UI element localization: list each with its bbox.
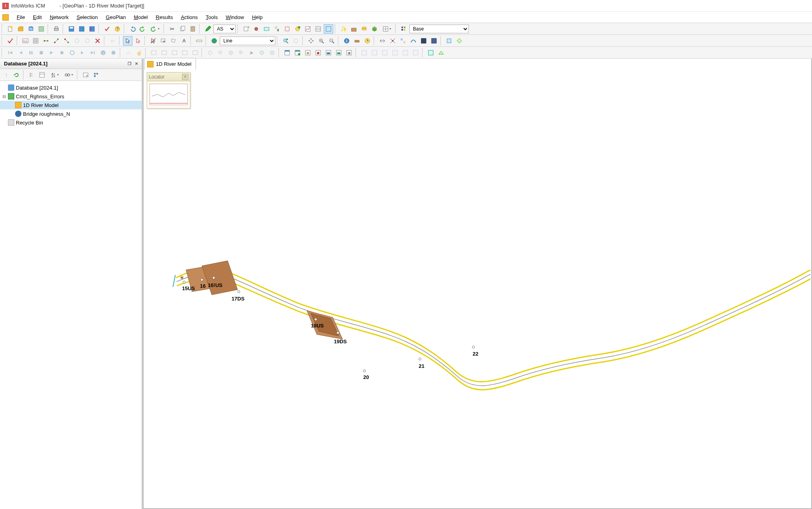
menu-window[interactable]: Window xyxy=(222,13,248,22)
new-subcatch-icon[interactable] xyxy=(262,24,271,34)
menu-results[interactable]: Results xyxy=(152,13,177,22)
info-icon[interactable]: i xyxy=(342,36,351,46)
sec-d-icon[interactable] xyxy=(180,48,190,57)
edit-pen-icon[interactable] xyxy=(203,24,213,34)
hand-icon[interactable]: ☝ xyxy=(134,48,144,57)
tree-bin[interactable]: Recycle Bin xyxy=(0,118,142,127)
tool-d-icon[interactable] xyxy=(313,24,323,34)
target-b-icon[interactable] xyxy=(226,48,236,57)
play-prev-icon[interactable] xyxy=(16,48,25,57)
world-icon[interactable] xyxy=(209,36,219,46)
win-c-icon[interactable] xyxy=(303,48,313,57)
g5-icon[interactable] xyxy=(401,48,410,57)
pause-icon[interactable] xyxy=(26,48,36,57)
binoc-icon[interactable] xyxy=(352,36,362,46)
pointer-icon[interactable] xyxy=(123,36,132,46)
save-icon[interactable] xyxy=(67,24,76,34)
g7-icon[interactable] xyxy=(426,48,436,57)
menu-model[interactable]: Model xyxy=(130,13,152,22)
sql-icon[interactable]: SQL xyxy=(21,36,30,46)
validate-icon[interactable] xyxy=(102,24,112,34)
g4-icon[interactable] xyxy=(390,48,400,57)
spray-icon[interactable] xyxy=(272,24,282,34)
db-props-icon[interactable] xyxy=(91,70,101,80)
db-open-icon[interactable] xyxy=(81,70,90,80)
panel-close-icon[interactable]: ✕ xyxy=(133,61,140,67)
sec-a-icon[interactable] xyxy=(149,48,159,57)
geoplan-view-icon[interactable] xyxy=(324,24,333,34)
target-a-icon[interactable] xyxy=(205,48,215,57)
geoplan-canvas[interactable]: Locator × xyxy=(144,70,810,507)
play-next-icon[interactable] xyxy=(78,48,87,57)
g6-icon[interactable] xyxy=(411,48,420,57)
play-dot-icon[interactable] xyxy=(109,48,118,57)
link-up-icon[interactable] xyxy=(52,36,61,46)
tool-a-icon[interactable] xyxy=(282,24,292,34)
stop-icon[interactable] xyxy=(36,48,46,57)
menu-network[interactable]: Network xyxy=(46,13,73,22)
win-e-icon[interactable] xyxy=(324,48,333,57)
win-g-icon[interactable]: ⊞ xyxy=(344,48,354,57)
save-db-icon[interactable] xyxy=(36,24,46,34)
db-sort-icon[interactable]: AZ xyxy=(48,70,61,80)
menu-actions[interactable]: Actions xyxy=(177,13,202,22)
grid-icon[interactable] xyxy=(31,36,40,46)
link-tool-icon[interactable] xyxy=(291,36,301,46)
pointer-red-icon[interactable] xyxy=(133,36,143,46)
delete-sel-icon[interactable] xyxy=(93,36,102,46)
tool-b-icon[interactable] xyxy=(293,24,302,34)
tk7-icon[interactable] xyxy=(444,36,454,46)
infer-icon[interactable] xyxy=(72,36,82,46)
play-first-icon[interactable] xyxy=(6,48,15,57)
tk2-icon[interactable] xyxy=(388,36,397,46)
print-icon[interactable] xyxy=(52,24,61,34)
zoom-in-icon[interactable] xyxy=(317,36,326,46)
cut-icon[interactable]: ✂ xyxy=(167,24,177,34)
geoplan-tab[interactable]: 1D River Model xyxy=(144,58,196,70)
arrow-r-icon[interactable]: ➤ xyxy=(247,48,256,57)
menu-selection[interactable]: Selection xyxy=(73,13,102,22)
open-db-icon[interactable] xyxy=(26,24,36,34)
no-pointer-icon[interactable] xyxy=(148,36,158,46)
play-last-icon[interactable] xyxy=(88,48,98,57)
db-refresh-icon[interactable] xyxy=(12,70,21,80)
pan-icon[interactable] xyxy=(306,36,316,46)
clock-icon[interactable] xyxy=(363,36,372,46)
new-icon[interactable] xyxy=(6,24,15,34)
node-icon[interactable] xyxy=(41,36,51,46)
undo-icon[interactable] xyxy=(128,24,137,34)
revert-icon[interactable] xyxy=(87,24,97,34)
db-tree-icon[interactable] xyxy=(27,70,36,80)
trace-icon[interactable] xyxy=(124,48,133,57)
tree-group[interactable]: ⊟ Crrct_Rghnss_Errors xyxy=(0,92,142,101)
g8-icon[interactable] xyxy=(436,48,446,57)
db-up-icon[interactable]: ↑ xyxy=(2,70,11,80)
menu-edit[interactable]: Edit xyxy=(29,13,46,22)
commit-icon[interactable] xyxy=(77,24,86,34)
g3-icon[interactable] xyxy=(380,48,390,57)
clear-sel-icon[interactable] xyxy=(83,36,92,46)
stack-icon[interactable] xyxy=(359,24,369,34)
win-d-icon[interactable] xyxy=(313,48,323,57)
tool-c-icon[interactable] xyxy=(303,24,313,34)
menu-help[interactable]: Help xyxy=(248,13,267,22)
text-sel-icon[interactable]: A xyxy=(179,36,189,46)
sec-e-icon[interactable] xyxy=(190,48,200,57)
sec-b-icon[interactable] xyxy=(159,48,169,57)
layer-icon[interactable] xyxy=(370,24,379,34)
play-info-icon[interactable]: i xyxy=(98,48,108,57)
find-icon[interactable] xyxy=(281,36,290,46)
redo-icon[interactable] xyxy=(138,24,148,34)
tk5-icon[interactable] xyxy=(419,36,428,46)
theme-icon[interactable] xyxy=(399,24,409,34)
link-down-icon[interactable] xyxy=(62,36,71,46)
loop-icon[interactable] xyxy=(67,48,77,57)
tree-root[interactable]: Database [2024.1] xyxy=(0,83,142,92)
open-net-icon[interactable] xyxy=(16,24,25,34)
tree-network[interactable]: 1D River Model xyxy=(0,101,142,109)
zoom-out-icon[interactable] xyxy=(327,36,336,46)
build-icon[interactable] xyxy=(349,24,359,34)
win-f-icon[interactable] xyxy=(334,48,344,57)
dot2-icon[interactable] xyxy=(267,48,277,57)
scenario-dropdown[interactable]: Base xyxy=(409,25,469,33)
